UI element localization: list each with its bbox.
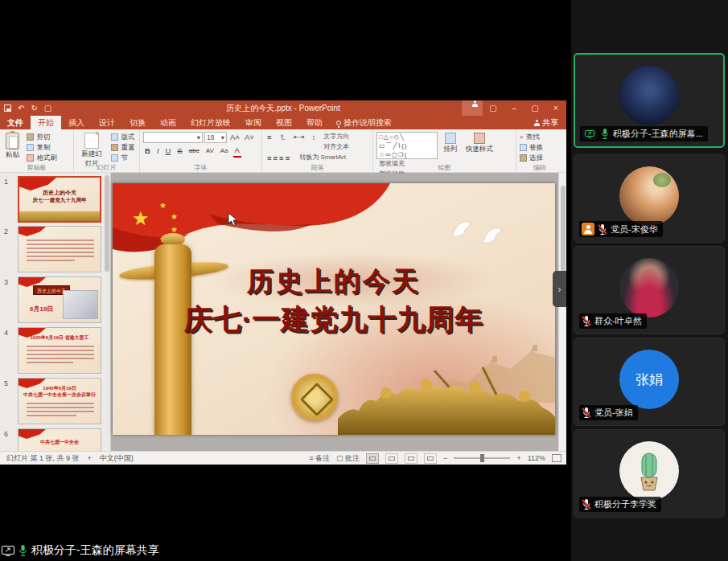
canvas-scrollbar[interactable] [558,173,566,451]
thumbnail-1-preview[interactable]: 历史上的今天 庆七·一建党九十九周年 [18,176,101,223]
strikethrough-button[interactable]: S [175,145,183,157]
group-drawing: □△○◇╲ ▭⌒╱⌇{} ☆⇨◻❍( 排列 快速样式 形状填充 形状轮廓 形状效… [373,129,516,172]
tab-transitions[interactable]: 切换 [122,116,153,129]
underline-button[interactable]: U [164,145,173,157]
layout-button[interactable]: 版式 [111,132,134,141]
thumbnail-6-preview[interactable]: 中共七届一中全会 [18,428,101,451]
powerpoint-window: ↶ ↻ ▢ 历史上的今天.pptx - PowerPoint ▢ – ▢ × 文… [0,100,566,465]
tab-review[interactable]: 审阅 [238,116,269,129]
font-color-button[interactable]: A [233,145,241,158]
thumbnail-number: 6 [4,430,8,438]
cut-button[interactable]: 剪切 [27,132,57,141]
tab-slideshow[interactable]: 幻灯片放映 [183,116,238,129]
maximize-button[interactable]: ▢ [524,100,545,116]
zoom-in-button[interactable]: + [516,454,520,462]
zoom-slider-thumb[interactable] [480,454,484,462]
font-size-combobox[interactable]: 18▾ [204,132,227,143]
format-painter-button[interactable]: 格式刷 [27,153,57,162]
share-person-icon [534,120,540,126]
slides-group-label: 幻灯片 [74,163,139,172]
layout-label: 版式 [121,132,134,141]
thumbnail-5-preview[interactable]: 1945年6月19日 中共七届一中全会第一次会议举行 [18,378,101,424]
char-spacing-button[interactable]: AV [204,145,216,157]
tab-help[interactable]: 帮助 [299,116,330,129]
tellme-search[interactable]: 操作说明搜索 [330,116,398,129]
reset-button[interactable]: 重置 [111,142,134,152]
thumbnail-scrollbar[interactable] [105,175,109,272]
notes-toggle[interactable]: ≡ 备注 [309,453,330,464]
slide-sorter-view-button[interactable] [385,453,398,464]
replace-button[interactable]: 替换 [520,142,543,152]
thumbnail-number: 1 [4,178,8,186]
quick-styles-button[interactable]: 快速样式 [463,132,496,155]
zoom-out-button[interactable]: − [443,454,447,462]
participant-name: 积极分子-王森的屏幕... [613,128,703,140]
account-avatar-icon[interactable] [462,100,483,116]
tab-insert[interactable]: 插入 [61,116,92,129]
zoom-level[interactable]: 112% [528,454,545,462]
shadow-button[interactable]: abc [187,145,201,157]
avatar [619,166,679,226]
bullets-icon[interactable]: ≡ [265,132,274,152]
ribbon-display-options-icon[interactable]: ▢ [483,100,504,116]
participant-tile-lixuejiang[interactable]: 积极分子李学奖 [574,429,725,518]
numbering-icon[interactable]: ⒈ [278,132,289,152]
thumb-title: 中共七届一中全会 [19,439,101,446]
shapes-gallery[interactable]: □△○◇╲ ▭⌒╱⌇{} ☆⇨◻❍( [376,132,438,159]
avatar [619,66,679,125]
participant-tile-wangsen[interactable]: 积极分子-王森的屏幕... [574,53,725,148]
line-spacing-icon[interactable]: ↕ [310,132,317,152]
lightbulb-icon [336,121,341,125]
tab-view[interactable]: 视图 [269,116,299,129]
font-name-combobox[interactable]: ▾ [143,132,203,143]
decrease-font-icon[interactable]: A˅ [243,132,256,143]
accessibility-icon[interactable]: + [88,454,92,462]
small-star-icon: ★ [159,201,167,210]
arrange-button[interactable]: 排列 [441,132,459,155]
minimize-button[interactable]: – [504,100,524,116]
tab-animations[interactable]: 动画 [153,116,183,129]
change-case-button[interactable]: Aa [219,145,230,157]
sidebar-collapse-handle[interactable]: › [553,271,566,307]
italic-button[interactable]: I [155,145,161,157]
slideshow-view-button[interactable] [424,453,437,464]
paste-button[interactable]: 粘贴 [3,132,22,161]
indent-icons[interactable]: ⇤⇥ [292,132,306,152]
alignment-icons[interactable]: ≡≡≡≡ [265,153,293,164]
ribbon: 粘贴 剪切 复制 格式刷 剪贴板 新建幻灯片 版式 重置 节 [0,129,566,173]
thumbnail-number: 4 [4,329,8,337]
text-direction-button[interactable]: 文字方向 [323,132,349,141]
tab-file[interactable]: 文件 [0,116,31,129]
comments-label: 批注 [345,454,360,462]
participant-tile-zhangjuan[interactable]: 张娟 党员-张娟 [574,338,725,426]
fit-to-window-icon[interactable] [552,454,561,462]
bold-button[interactable]: B [143,145,152,157]
align-text-button[interactable]: 对齐文本 [323,142,349,152]
close-button[interactable]: × [545,100,566,116]
copy-button[interactable]: 复制 [27,142,57,152]
zoom-slider[interactable] [454,457,510,459]
chevron-down-icon: ▾ [221,133,224,141]
select-button[interactable]: 选择 [520,153,543,162]
section-button[interactable]: 节 [111,153,134,162]
language-status[interactable]: 中文(中国) [100,453,134,464]
thumbnail-3-preview[interactable]: 历史上的今天 6月19日 [18,276,101,323]
tab-home[interactable]: 开始 [31,116,61,129]
thumb-title: 1925年6月19日 省港大罢工 [19,334,101,342]
mic-muted-icon [598,223,607,235]
participant-tile-yezhuoran[interactable]: 群众-叶卓然 [574,246,725,334]
smartart-button[interactable]: 转换为 SmartArt [299,153,346,162]
comments-toggle[interactable]: ▢ 批注 [336,453,360,464]
normal-view-button[interactable] [366,453,379,464]
reading-view-button[interactable] [405,453,417,464]
share-button[interactable]: 共享 [526,116,566,129]
current-slide[interactable]: ★ ★ ★ ★ ★ 历史上的今天 庆七·一建党九十九周年 [113,183,555,435]
thumbnail-number: 5 [4,379,8,387]
participant-tile-songjunhua[interactable]: 党员-宋俊华 [574,154,725,243]
thumbnail-2-preview[interactable] [18,226,101,272]
drawing-group-label: 绘图 [373,163,516,172]
thumbnail-4-preview[interactable]: 1925年6月19日 省港大罢工 [18,327,101,374]
tab-design[interactable]: 设计 [92,116,122,129]
find-button[interactable]: ⌕查找 [520,132,543,141]
increase-font-icon[interactable]: A˄ [228,132,241,143]
